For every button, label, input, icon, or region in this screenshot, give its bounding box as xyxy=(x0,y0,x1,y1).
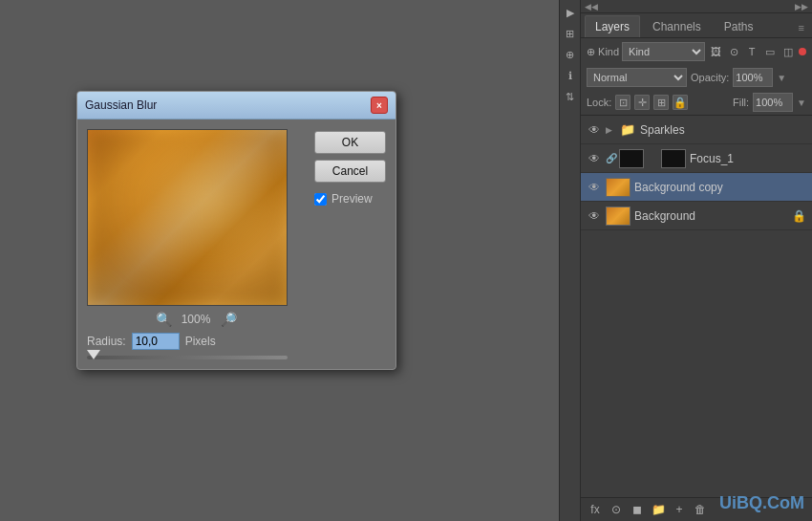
layer-visibility-focus1[interactable]: 👁 xyxy=(587,151,602,166)
collapse-left-arrow[interactable]: ◀◀ xyxy=(585,2,598,11)
lock-artboard-button[interactable]: ⊞ xyxy=(653,95,669,110)
radius-slider-track[interactable] xyxy=(87,356,288,359)
grid-icon[interactable]: ⊞ xyxy=(562,25,579,42)
folder-icon-sparkles: 📁 xyxy=(619,121,636,139)
lock-row: Lock: ⊡ ✛ ⊞ 🔒 Fill: ▼ xyxy=(581,90,812,116)
panel-collapse-bar: ◀◀ ▶▶ xyxy=(581,0,812,13)
eye-icon-sparkles: 👁 xyxy=(588,123,600,137)
layer-thumb-bgcopy xyxy=(606,178,630,197)
ok-button[interactable]: OK xyxy=(314,131,386,154)
layer-lock-icon-bg: 🔒 xyxy=(792,209,806,223)
play-icon[interactable]: ▶ xyxy=(562,4,579,21)
add-icon[interactable]: ⊕ xyxy=(562,46,579,63)
move-icon[interactable]: ⇅ xyxy=(562,88,579,105)
opacity-input[interactable] xyxy=(733,68,773,87)
zoom-out-icon[interactable]: 🔍 xyxy=(156,312,172,327)
layer-row[interactable]: 👁 ▶ 📁 Sparkles xyxy=(581,116,812,144)
dialog-buttons: OK Cancel Preview xyxy=(314,129,386,359)
group-icon[interactable]: 📁 xyxy=(650,501,667,518)
kind-label: ⊕ Kind xyxy=(587,46,619,58)
kind-shape-icon[interactable]: ▭ xyxy=(762,44,778,59)
tab-layers[interactable]: Layers xyxy=(585,15,640,37)
layer-link-focus1: 🔗 xyxy=(606,153,615,163)
eye-icon-bg: 👁 xyxy=(588,209,600,223)
lock-position-button[interactable]: ✛ xyxy=(634,95,650,110)
panel-toolbar: ▶ ⊞ ⊕ ℹ ⇅ xyxy=(560,0,581,521)
lock-label: Lock: xyxy=(587,97,611,108)
fx-icon[interactable]: fx xyxy=(587,501,604,518)
layer-thumb-bg xyxy=(606,206,630,226)
preview-checkbox-row: Preview xyxy=(314,192,386,206)
layer-row[interactable]: 👁 🔗 Focus_1 xyxy=(581,144,812,173)
gaussian-blur-dialog: Gaussian Blur × 🔍 100% 🔎 Radius: Pixels xyxy=(76,91,396,370)
panel-tabs: Layers Channels Paths ≡ xyxy=(581,13,812,38)
radius-label: Radius: xyxy=(87,335,126,348)
lock-pixels-button[interactable]: ⊡ xyxy=(615,95,630,110)
radius-slider-row xyxy=(87,356,305,359)
eye-icon-bgcopy: 👁 xyxy=(588,181,600,194)
kind-row: ⊕ Kind Kind 🖼 ⊙ T ▭ ◫ xyxy=(581,38,812,65)
mask-icon[interactable]: ◼ xyxy=(629,501,646,518)
panel-menu-icon[interactable]: ≡ xyxy=(795,18,808,37)
layer-thumb-focus1 xyxy=(619,149,644,168)
fill-arrow[interactable]: ▼ xyxy=(797,98,806,108)
cancel-button[interactable]: Cancel xyxy=(314,160,386,183)
radius-row: Radius: Pixels xyxy=(87,333,305,350)
tab-paths[interactable]: Paths xyxy=(714,15,764,37)
radius-input[interactable] xyxy=(132,333,180,350)
kind-status-dot xyxy=(799,48,806,55)
zoom-level: 100% xyxy=(180,313,213,326)
preview-canvas[interactable] xyxy=(87,129,288,306)
blend-mode-select[interactable]: Normal xyxy=(587,68,687,87)
preview-checkbox[interactable] xyxy=(314,193,327,206)
kind-image-icon[interactable]: 🖼 xyxy=(708,44,723,59)
kind-select[interactable]: Kind xyxy=(622,42,705,61)
tab-channels[interactable]: Channels xyxy=(642,15,712,37)
kind-icons: 🖼 ⊙ T ▭ ◫ xyxy=(708,44,806,59)
pixels-label: Pixels xyxy=(185,335,216,348)
radius-slider-thumb[interactable] xyxy=(87,350,100,359)
opacity-label: Opacity: xyxy=(691,72,729,83)
layer-mask-focus1 xyxy=(661,149,686,168)
kind-smart-icon[interactable]: ◫ xyxy=(780,44,796,59)
adjustment-icon[interactable]: ⊙ xyxy=(608,501,625,518)
layer-name-focus1: Focus_1 xyxy=(690,152,806,165)
dialog-title: Gaussian Blur xyxy=(85,98,157,112)
right-panel: ▶ ⊞ ⊕ ℹ ⇅ ◀◀ ▶▶ Layers Channels Paths ≡ … xyxy=(559,0,812,521)
layer-visibility-bgcopy[interactable]: 👁 xyxy=(587,180,602,195)
zoom-controls: 🔍 100% 🔎 xyxy=(87,312,305,327)
layer-row[interactable]: 👁 Background 🔒 xyxy=(581,202,812,230)
dialog-titlebar: Gaussian Blur × xyxy=(77,92,395,119)
layer-name-bg: Background xyxy=(634,209,788,223)
lock-all-button[interactable]: 🔒 xyxy=(673,95,688,110)
fill-input[interactable] xyxy=(753,93,793,112)
layer-name-sparkles: Sparkles xyxy=(640,123,806,137)
panel-content: ◀◀ ▶▶ Layers Channels Paths ≡ ⊕ Kind Kin… xyxy=(581,0,812,521)
preview-area: 🔍 100% 🔎 Radius: Pixels xyxy=(87,129,305,359)
dialog-body: 🔍 100% 🔎 Radius: Pixels OK Cancel Previe… xyxy=(77,119,395,369)
layer-name-bgcopy: Background copy xyxy=(634,181,806,194)
preview-label[interactable]: Preview xyxy=(331,192,373,206)
layer-visibility-sparkles[interactable]: 👁 xyxy=(587,122,602,138)
opacity-arrow[interactable]: ▼ xyxy=(777,73,786,83)
layer-expand-sparkles[interactable]: ▶ xyxy=(606,125,615,135)
delete-layer-icon[interactable]: 🗑 xyxy=(692,501,709,518)
blend-row: Normal Opacity: ▼ xyxy=(581,65,812,90)
fill-label: Fill: xyxy=(733,97,749,108)
zoom-in-icon[interactable]: 🔎 xyxy=(221,312,237,327)
layers-bottom-toolbar: fx ⊙ ◼ 📁 + 🗑 xyxy=(581,497,812,521)
new-layer-icon[interactable]: + xyxy=(671,501,688,518)
info-icon[interactable]: ℹ xyxy=(562,67,579,84)
layer-visibility-bg[interactable]: 👁 xyxy=(587,208,602,224)
layers-list: 👁 ▶ 📁 Sparkles 👁 🔗 Focus_1 xyxy=(581,116,812,497)
dialog-close-button[interactable]: × xyxy=(371,97,388,114)
layer-row[interactable]: 👁 Background copy xyxy=(581,173,812,202)
kind-text-icon[interactable]: T xyxy=(744,44,759,59)
collapse-right-arrow[interactable]: ▶▶ xyxy=(795,2,808,11)
kind-adjust-icon[interactable]: ⊙ xyxy=(726,44,741,59)
eye-icon-focus1: 👁 xyxy=(588,152,600,165)
